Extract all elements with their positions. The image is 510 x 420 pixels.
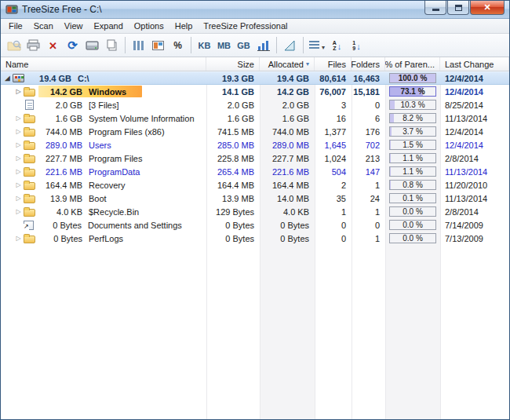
table-row[interactable]: ▷ 4.0 KB $Recycle.Bin 129 Bytes 4.0 KB 1… xyxy=(1,205,509,218)
table-row[interactable]: ▷ 13.9 MB Boot 13.9 MB 14.0 MB 35 24 0.1… xyxy=(1,192,509,205)
sort-alphabetical-button[interactable] xyxy=(327,36,347,55)
expand-arrow-icon[interactable]: ▷ xyxy=(13,141,24,148)
copy-button[interactable] xyxy=(102,36,122,55)
delete-button[interactable] xyxy=(43,36,63,55)
auto-units-button[interactable] xyxy=(280,36,300,55)
treemap-icon xyxy=(152,41,164,50)
expand-arrow-icon[interactable]: ▷ xyxy=(13,155,24,162)
minimize-button[interactable] xyxy=(424,1,446,15)
column-header-last-change[interactable]: Last Change xyxy=(440,57,509,71)
unit-mb-button[interactable]: MB xyxy=(214,36,234,55)
size-label: 1.6 GB xyxy=(40,114,82,123)
menu-expand[interactable]: Expand xyxy=(88,20,128,32)
files-cell: 80,614 xyxy=(315,74,352,83)
unit-gb-button[interactable]: GB xyxy=(234,36,253,55)
close-button[interactable]: ✕ xyxy=(470,1,505,15)
refresh-button[interactable] xyxy=(63,36,82,55)
column-header-files[interactable]: Files xyxy=(315,57,352,71)
expand-arrow-icon[interactable]: ▷ xyxy=(13,208,24,215)
table-row[interactable]: ▷ 289.0 MB Users 285.0 MB 289.0 MB 1,645… xyxy=(1,138,509,152)
view-mode-button[interactable] xyxy=(307,36,327,55)
print-button[interactable] xyxy=(24,36,43,55)
folder-name: System Volume Information xyxy=(89,114,195,123)
table-row[interactable]: ▷ 14.2 GB Windows 14.1 GB 14.2 GB 76,007… xyxy=(1,85,509,98)
size-cell: 129 Bytes xyxy=(206,207,260,217)
bar-chart-icon xyxy=(257,40,270,51)
size-cell: 741.5 MB xyxy=(206,127,260,137)
select-drive-button[interactable] xyxy=(82,36,102,55)
menu-scan[interactable]: Scan xyxy=(28,20,59,32)
last-change-cell: 12/4/2014 xyxy=(440,74,509,83)
table-row[interactable]: ▷ 0 Bytes PerfLogs 0 Bytes 0 Bytes 0 1 0… xyxy=(1,232,509,245)
folder-name: Program Files (x86) xyxy=(89,127,165,137)
expand-arrow-icon[interactable]: ▷ xyxy=(13,115,24,122)
scan-directory-button[interactable] xyxy=(4,36,24,55)
percent-icon: % xyxy=(173,40,182,51)
table-row[interactable]: ▷ 1.6 GB System Volume Information 1.6 G… xyxy=(1,111,509,125)
folders-cell: 1 xyxy=(352,181,385,190)
table-row[interactable]: ▷ 221.6 MB ProgramData 265.4 MB 221.6 MB… xyxy=(1,165,509,178)
percent-bar: 0.0 % xyxy=(389,206,436,217)
table-row[interactable]: 0 Bytes Documents and Settings 0 Bytes 0… xyxy=(1,218,509,232)
table-row[interactable]: ▷ 744.0 MB Program Files (x86) 741.5 MB … xyxy=(1,125,509,138)
column-header-size[interactable]: Size xyxy=(206,57,260,71)
sort-down-arrow-icon xyxy=(355,38,361,53)
menu-file[interactable]: File xyxy=(3,20,28,32)
column-header-percent-of-parent[interactable]: % of Paren... xyxy=(385,57,440,71)
name-cell: ▷ 221.6 MB ProgramData xyxy=(1,165,206,178)
expand-arrow-icon[interactable]: ◢ xyxy=(2,75,13,82)
size-label: 744.0 MB xyxy=(40,127,82,137)
expand-arrow-icon[interactable]: ▷ xyxy=(13,168,24,175)
toolbar: % KB MB GB xyxy=(1,34,509,57)
toolbar-separator xyxy=(191,37,191,53)
row-icon xyxy=(24,129,35,137)
column-header-folders[interactable]: Folders xyxy=(352,57,385,71)
table-row[interactable]: ▷ 227.7 MB Program Files 225.8 MB 227.7 … xyxy=(1,152,509,165)
maximize-button[interactable] xyxy=(447,1,469,15)
allocated-cell: 1.6 GB xyxy=(260,114,315,123)
row-icon xyxy=(24,182,35,190)
percent-view-button[interactable]: % xyxy=(168,36,188,55)
files-cell: 0 xyxy=(315,234,352,243)
menu-options[interactable]: Options xyxy=(129,20,169,32)
title-bar[interactable]: TreeSize Free - C:\ ✕ xyxy=(1,1,509,19)
last-change-cell: 11/13/2014 xyxy=(440,114,509,123)
size-and-name: 1.6 GB System Volume Information xyxy=(38,112,196,124)
expand-arrow-icon[interactable]: ▷ xyxy=(13,195,24,202)
expand-arrow-icon[interactable]: ▷ xyxy=(13,235,24,242)
last-change-cell: 7/14/2009 xyxy=(440,221,509,230)
name-cell: ▷ 227.7 MB Program Files xyxy=(1,152,206,165)
expand-arrow-icon[interactable]: ▷ xyxy=(13,181,24,188)
folders-cell: 147 xyxy=(352,167,385,177)
folders-cell: 24 xyxy=(352,194,385,203)
row-icon xyxy=(24,236,35,243)
menu-help[interactable]: Help xyxy=(169,20,199,32)
sort-by-size-button[interactable] xyxy=(347,36,366,55)
unit-kb-button[interactable]: KB xyxy=(195,36,214,55)
percent-cell: 100.0 % xyxy=(385,73,440,83)
table-row[interactable]: ▷ 164.4 MB Recovery 164.4 MB 164.4 MB 2 … xyxy=(1,178,509,192)
folder-name: ProgramData xyxy=(89,167,140,177)
percent-bar: 0.8 % xyxy=(389,180,436,190)
menu-treesize-professional[interactable]: TreeSize Professional xyxy=(198,20,293,32)
expand-arrow-icon[interactable]: ▷ xyxy=(13,128,24,135)
percent-value: 1.5 % xyxy=(390,141,435,149)
column-header-allocated[interactable]: Allocated xyxy=(260,57,315,71)
row-icon xyxy=(24,89,35,97)
percent-value: 0.0 % xyxy=(390,221,435,229)
copy-icon xyxy=(106,39,118,51)
size-cell: 0 Bytes xyxy=(206,221,260,230)
menu-view[interactable]: View xyxy=(59,20,89,32)
column-header-name[interactable]: Name xyxy=(1,57,206,71)
treemap-button[interactable] xyxy=(148,36,168,55)
dropdown-caret-icon xyxy=(319,38,325,53)
last-change-cell: 12/4/2014 xyxy=(440,127,509,137)
folders-cell: 176 xyxy=(352,127,385,137)
details-view-button[interactable] xyxy=(129,36,148,55)
size-cell: 19.3 GB xyxy=(206,74,260,83)
table-row[interactable]: 2.0 GB [3 Files] 2.0 GB 2.0 GB 3 0 10.3 … xyxy=(1,98,509,111)
expand-arrow-icon[interactable]: ▷ xyxy=(13,88,24,95)
table-row[interactable]: ◢ 19.4 GB C:\ 19.3 GB 19.4 GB 80,614 16,… xyxy=(1,71,509,85)
chart-button[interactable] xyxy=(253,36,273,55)
folder-name: [3 Files] xyxy=(89,100,119,110)
